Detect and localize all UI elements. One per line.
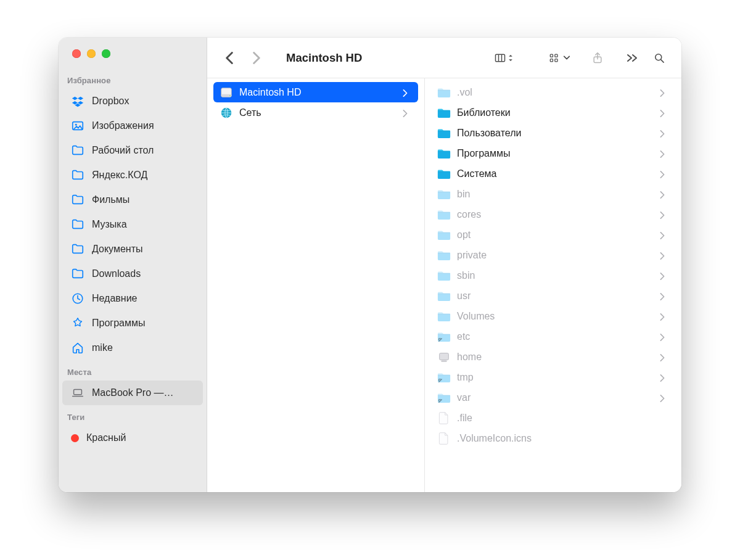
folder-icon <box>437 147 451 160</box>
zoom-icon[interactable] <box>102 49 110 58</box>
view-button[interactable] <box>494 47 514 69</box>
window-controls <box>59 46 207 61</box>
list-item[interactable]: var <box>431 387 675 408</box>
folder-icon <box>437 310 451 323</box>
list-item[interactable]: Volumes <box>431 306 675 326</box>
folder-icon <box>437 187 451 201</box>
sidebar-item-label: Dropbox <box>92 96 194 107</box>
list-item[interactable]: tmp <box>431 367 675 387</box>
folder-icon <box>437 391 451 405</box>
group-button[interactable] <box>548 47 570 69</box>
folder-icon <box>437 86 451 99</box>
list-item[interactable]: cores <box>431 204 675 224</box>
search-button[interactable] <box>648 47 670 69</box>
sidebar-item-label: Рабочий стол <box>92 145 194 156</box>
chevron-right-icon <box>659 129 668 138</box>
chevron-right-icon <box>659 373 668 382</box>
item-label: private <box>457 250 653 261</box>
updown-icon <box>508 53 514 63</box>
chevron-right-icon <box>659 332 668 341</box>
hd-icon <box>220 86 233 99</box>
list-item[interactable]: etc <box>431 326 675 347</box>
list-item[interactable]: Библиотеки <box>431 102 675 123</box>
sidebar-item-label: Downloads <box>92 268 194 279</box>
sidebar-item-label: Фильмы <box>92 194 194 205</box>
sidebar-item-music[interactable]: Музыка <box>62 212 203 237</box>
list-item[interactable]: sbin <box>431 265 675 286</box>
folder-icon <box>437 106 451 120</box>
grid-icon <box>548 52 561 64</box>
list-item[interactable]: private <box>431 245 675 265</box>
minimize-icon[interactable] <box>87 49 96 58</box>
chevron-right-icon <box>659 393 668 402</box>
overflow-button[interactable] <box>621 47 643 69</box>
chevron-right-icon <box>659 353 668 361</box>
sidebar-item-label: mike <box>92 342 194 353</box>
chevron-right-icon <box>659 190 668 199</box>
list-item[interactable]: Пользователи <box>431 123 675 143</box>
folder-icon <box>437 289 451 303</box>
list-item[interactable]: Сеть <box>213 102 418 123</box>
chevron-right-icon <box>659 251 668 260</box>
item-label: home <box>457 352 653 363</box>
sidebar-item-images[interactable]: Изображения <box>62 113 203 138</box>
folder-icon <box>437 167 451 181</box>
sidebar-item-recents[interactable]: Недавние <box>62 286 203 311</box>
list-item[interactable]: opt <box>431 224 675 245</box>
apps-icon <box>71 316 84 330</box>
sidebar-item-documents[interactable]: Документы <box>62 237 203 261</box>
file-icon <box>437 432 451 445</box>
item-label: Macintosh HD <box>239 87 396 98</box>
list-item[interactable]: home <box>431 347 675 367</box>
list-item[interactable]: .file <box>431 408 675 428</box>
list-item[interactable]: usr <box>431 286 675 306</box>
share-button[interactable] <box>586 47 609 69</box>
folder-icon <box>437 371 451 384</box>
folder-icon <box>437 208 451 221</box>
sidebar-item-downloads[interactable]: Downloads <box>62 261 203 286</box>
list-item[interactable]: Программы <box>431 143 675 163</box>
sidebar-item-yandex[interactable]: Яндекс.КОД <box>62 163 203 187</box>
sidebar-item-home[interactable]: mike <box>62 336 203 360</box>
chevron-right-icon <box>402 109 411 117</box>
folder-icon <box>437 126 451 140</box>
chevron-right-icon <box>659 292 668 300</box>
column-root: .volБиблиотекиПользователиПрограммыСисте… <box>425 78 681 492</box>
item-label: .file <box>457 413 668 424</box>
item-label: Пользователи <box>457 128 653 139</box>
sidebar-item-apps[interactable]: Программы <box>62 311 203 336</box>
window: Избранное DropboxИзображенияРабочий стол… <box>59 38 681 492</box>
chevron-right-icon <box>659 109 668 117</box>
sidebar-item-label: Музыка <box>92 219 194 230</box>
list-item[interactable]: Macintosh HD <box>213 82 418 102</box>
sidebar-item-label: MacBook Pro —… <box>92 387 194 398</box>
sidebar-item-dropbox[interactable]: Dropbox <box>62 89 203 113</box>
close-icon[interactable] <box>72 49 81 58</box>
sidebar-item-macbook[interactable]: MacBook Pro —… <box>62 381 203 405</box>
list-item[interactable]: bin <box>431 184 675 204</box>
globe-icon <box>220 106 233 120</box>
sidebar-item-label: Программы <box>92 318 194 329</box>
chevron-right-icon <box>659 271 668 280</box>
forward-button[interactable] <box>245 47 268 69</box>
chevron-right-icon <box>659 170 668 178</box>
folder-icon <box>71 267 84 281</box>
chevron-right-icon <box>659 149 668 158</box>
sidebar-item-desktop[interactable]: Рабочий стол <box>62 138 203 163</box>
item-label: sbin <box>457 270 653 281</box>
folder-icon <box>71 144 84 157</box>
list-item[interactable]: .VolumeIcon.icns <box>431 428 675 448</box>
sidebar-item-movies[interactable]: Фильмы <box>62 187 203 212</box>
item-label: etc <box>457 331 653 342</box>
item-label: Система <box>457 168 653 179</box>
list-item[interactable]: Система <box>431 163 675 184</box>
sidebar-item-label: Красный <box>86 432 194 443</box>
mount-icon <box>437 350 451 364</box>
item-label: tmp <box>457 372 653 383</box>
folder-icon <box>437 249 451 262</box>
list-item[interactable]: .vol <box>431 82 675 102</box>
folder-icon <box>71 218 84 231</box>
sidebar-tag-red[interactable]: Красный <box>62 426 203 450</box>
back-button[interactable] <box>218 47 240 69</box>
sidebar-section-tags: Теги <box>59 410 207 426</box>
